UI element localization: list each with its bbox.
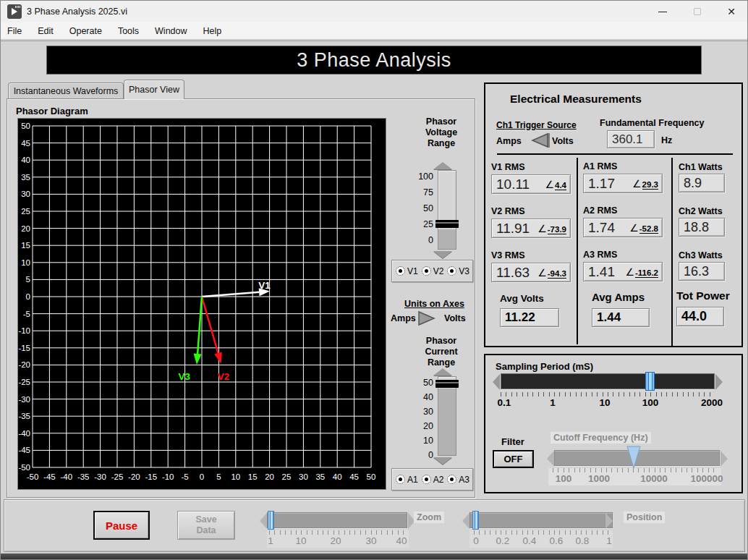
- save-data-button[interactable]: Save Data: [177, 511, 235, 540]
- sampling-tick-1: 1: [550, 397, 556, 408]
- labview-run-icon: [7, 4, 22, 19]
- sampling-slider[interactable]: [501, 373, 715, 389]
- svg-text:-30: -30: [18, 395, 30, 404]
- a1-rms-display: 1.17 ∠29.3: [583, 174, 663, 193]
- filter-off-button[interactable]: OFF: [493, 450, 534, 468]
- sampling-tick-0.1: 0.1: [498, 397, 511, 408]
- current-range-increment-arrow[interactable]: [433, 368, 452, 376]
- svg-text:40: 40: [21, 156, 30, 164]
- menu-tools[interactable]: Tools: [110, 26, 147, 36]
- column-divider-1: [577, 158, 578, 344]
- radio-v3[interactable]: V3: [447, 266, 469, 276]
- fundamental-frequency-display: 360.1: [607, 130, 655, 148]
- current-range-handle[interactable]: [435, 380, 459, 388]
- phasor-diagram-label: Phasor Diagram: [16, 106, 88, 116]
- voltage-range-slider[interactable]: [438, 170, 456, 250]
- zoom-tick-20: 20: [330, 535, 341, 546]
- position-slider-handle[interactable]: [472, 511, 479, 530]
- zoom-slider-handle[interactable]: [268, 511, 274, 530]
- sampling-tick-2000: 2000: [701, 397, 723, 408]
- svg-text:-45: -45: [43, 472, 56, 481]
- svg-text:20: 20: [265, 472, 274, 481]
- pause-button[interactable]: Pause: [93, 511, 150, 540]
- radio-a3[interactable]: A3: [447, 475, 469, 485]
- voltage-range-handle[interactable]: [435, 220, 459, 228]
- svg-text:10: 10: [21, 258, 30, 267]
- menu-edit[interactable]: Edit: [30, 26, 61, 36]
- position-tick-strip: [469, 530, 613, 548]
- radio-a1-led: [396, 475, 405, 484]
- svg-text:5: 5: [216, 472, 221, 481]
- svg-text:25: 25: [21, 207, 30, 216]
- svg-text:-15: -15: [18, 344, 30, 352]
- svg-text:-50: -50: [18, 463, 30, 472]
- position-slider[interactable]: [469, 512, 613, 528]
- position-tick-0: 0: [473, 535, 479, 546]
- svg-text:35: 35: [315, 472, 325, 481]
- position-left-arrow: [462, 513, 469, 529]
- svg-text:25: 25: [282, 472, 292, 481]
- voltage-channel-selector: V1 V2 V3: [391, 260, 473, 282]
- radio-v3-led: [447, 266, 456, 276]
- front-panel: 3 Phase Analysis Instantaneous Waveforms…: [1, 41, 748, 560]
- v1-rms-display: 10.11 ∠4.4: [491, 174, 571, 194]
- tab-instantaneous-waveforms[interactable]: Instantaneous Waveforms: [8, 82, 124, 99]
- position-tick-1: 1: [606, 535, 612, 546]
- banner-title: 3 Phase Analysis: [297, 49, 451, 72]
- voltage-range-increment-arrow[interactable]: [433, 162, 452, 169]
- cutoff-right-arrow: [721, 451, 728, 467]
- maximize-icon: [694, 8, 701, 15]
- tab-phasor-view[interactable]: Phasor View: [124, 80, 184, 99]
- filter-label: Filter: [501, 436, 524, 447]
- maximize-button[interactable]: [681, 1, 713, 22]
- sampling-period-label: Sampling Period (mS): [496, 361, 593, 372]
- menu-window[interactable]: Window: [147, 26, 195, 36]
- voltage-tick-25: 25: [409, 219, 433, 229]
- zoom-tick-10: 10: [295, 535, 306, 546]
- close-button[interactable]: ✕: [715, 1, 747, 22]
- close-icon: ✕: [727, 7, 736, 17]
- cutoff-tick-100000: 100000: [690, 473, 723, 484]
- sampling-slider-right-arrow[interactable]: [715, 374, 723, 390]
- cutoff-slider-handle: [626, 445, 642, 470]
- radio-v1[interactable]: V1: [396, 266, 418, 276]
- svg-text:15: 15: [248, 472, 258, 481]
- a2-rms-display: 1.74 ∠-52.8: [583, 218, 663, 237]
- current-range-decrement-arrow[interactable]: [433, 457, 452, 464]
- radio-a1[interactable]: A1: [396, 475, 418, 485]
- ch3-watts-display: 16.3: [679, 262, 725, 281]
- svg-text:-25: -25: [18, 378, 30, 386]
- menu-file[interactable]: File: [1, 26, 30, 36]
- position-tick-0.4: 0.4: [523, 535, 537, 546]
- position-tick-0.2: 0.2: [496, 535, 510, 546]
- radio-a2[interactable]: A2: [422, 475, 444, 485]
- units-switch[interactable]: [416, 309, 436, 328]
- radio-v2[interactable]: V2: [422, 266, 444, 276]
- menu-help[interactable]: Help: [195, 26, 230, 36]
- cutoff-frequency-label: Cutoff Frequency (Hz): [551, 432, 651, 444]
- svg-text:30: 30: [299, 472, 308, 481]
- cutoff-left-arrow: [547, 451, 554, 467]
- avg-amps-group: Avg Amps 1.44: [592, 291, 650, 327]
- svg-text:35: 35: [21, 173, 30, 182]
- svg-text:V1: V1: [258, 280, 271, 291]
- svg-text:-40: -40: [60, 472, 72, 481]
- position-label: Position: [624, 512, 665, 523]
- zoom-slider[interactable]: [267, 512, 407, 528]
- trigger-volts-label: Volts: [552, 136, 574, 146]
- sampling-tick-10: 10: [599, 397, 610, 408]
- svg-text:-30: -30: [94, 472, 106, 481]
- svg-text:-20: -20: [128, 472, 140, 481]
- svg-text:30: 30: [21, 190, 30, 198]
- sampling-slider-handle[interactable]: [645, 372, 655, 391]
- current-range-slider[interactable]: [438, 376, 456, 456]
- svg-text:0: 0: [200, 472, 204, 481]
- a1-rms-group: A1 RMS 1.17 ∠29.3: [583, 161, 663, 193]
- sampling-slider-left-arrow[interactable]: [493, 374, 500, 390]
- tot-power-group: Tot Power 44.0: [676, 289, 730, 326]
- voltage-range-decrement-arrow[interactable]: [433, 251, 452, 258]
- trigger-source-switch[interactable]: [530, 131, 552, 150]
- minimize-button[interactable]: [647, 1, 679, 22]
- phasor-diagram-graph[interactable]: -50-45-40-35-30-25-20-15-10-505101520253…: [17, 118, 386, 490]
- menu-operate[interactable]: Operate: [61, 26, 110, 36]
